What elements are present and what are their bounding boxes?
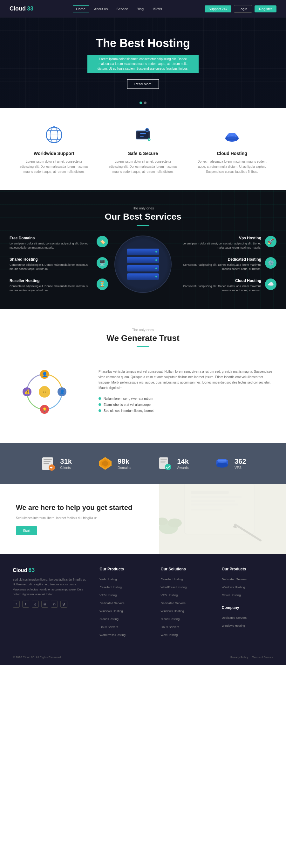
- footer: Cloud 83 Sed ultrices interdum libero, l…: [0, 554, 286, 665]
- footer-link-vps: VPS Hosting: [100, 592, 151, 597]
- footer-social: f t g in in yt: [13, 601, 90, 608]
- trust-description: Phasellus vehicula tempus orci vel conse…: [99, 369, 273, 391]
- trust-subtitle: The only ones: [13, 328, 273, 332]
- footer-products-list: Web Hosting Reseller Hosting VPS Hosting…: [100, 576, 151, 637]
- service-dedicated-desc: Consectetur adipiscing elit. Donec males…: [178, 263, 261, 272]
- social-facebook[interactable]: f: [13, 601, 20, 608]
- services-section: The only ones Our Best Services Free Dom…: [0, 190, 286, 309]
- free-domains-icon: 🏷️: [97, 236, 108, 247]
- feature-worldwide-title: Worldwide Support: [34, 151, 74, 156]
- service-dedicated-text: Dedicated Hosting Consectetur adipiscing…: [178, 257, 261, 272]
- service-free-domains-desc: Lorem ipsum dolor sit amet, consectetur …: [9, 242, 93, 250]
- globe-icon: [43, 124, 65, 146]
- footer-sol-wordpress: WordPress Hosting: [161, 584, 212, 589]
- footer-logo: Cloud 83: [13, 567, 90, 574]
- trust-bullet-3: [99, 409, 101, 412]
- social-twitter[interactable]: t: [22, 601, 29, 608]
- nav-service[interactable]: Service: [113, 5, 132, 12]
- hero-section: The Best Hosting Lorem ipsum dolor sit a…: [0, 18, 286, 108]
- read-more-button[interactable]: Read More: [127, 79, 159, 89]
- footer-pr-windows: Windows Hosting: [222, 584, 273, 589]
- svg-rect-57: [191, 509, 222, 510]
- services-subtitle: The only ones: [9, 206, 277, 210]
- footer-comp-windows: Windows Hosting: [222, 622, 273, 628]
- cta-right: [159, 484, 286, 554]
- footer-logo-text: Cloud: [13, 567, 27, 573]
- stat-vps-label: VPS: [235, 466, 246, 469]
- service-cloud-hosting: ☁️ Cloud Hosting Consectetur adipiscing …: [178, 279, 277, 293]
- social-linkedin[interactable]: in: [41, 601, 48, 608]
- footer-products-right-list: Dedicated Servers Windows Hosting Cloud …: [222, 576, 273, 597]
- social-google[interactable]: g: [32, 601, 39, 608]
- trust-bullet-2: [99, 403, 101, 406]
- nav-extra[interactable]: 15299: [149, 5, 166, 12]
- hero-dot-2[interactable]: [144, 101, 146, 104]
- domains-icon: [97, 456, 113, 471]
- stat-vps-value: 362: [235, 457, 246, 466]
- footer-privacy[interactable]: Privacy Policy: [230, 656, 248, 659]
- stat-clients: 31k Clients: [40, 456, 72, 471]
- hero-dot-1[interactable]: [140, 101, 142, 104]
- register-button[interactable]: Register: [254, 5, 277, 12]
- services-grid: Free Domains Lorem ipsum dolor sit amet,…: [9, 236, 277, 293]
- trust-list-item-3: Sed ultrices interdum libero, laoreet: [99, 409, 273, 412]
- footer-divider: [13, 649, 273, 649]
- footer-comp-dedicated: Dedicated Servers: [222, 614, 273, 620]
- stat-vps-info: 362 VPS: [235, 457, 246, 469]
- stat-vps: 362 VPS: [214, 456, 246, 471]
- trust-list-item-2: Etiam lobortis erat vel ullamcorper: [99, 403, 273, 406]
- server-graphic: [124, 248, 162, 280]
- footer-company-list: Dedicated Servers Windows Hosting: [222, 614, 273, 628]
- trust-list-item-1: Nullam lorem sem, viverra a rutrum: [99, 397, 273, 400]
- footer-sol-vps: VPS Hosting: [161, 592, 212, 597]
- footer-products-title: Our Products: [100, 567, 151, 571]
- feature-worldwide-desc: Lorem ipsum dolor sit amet, consectetur …: [19, 159, 89, 175]
- social-youtube[interactable]: yt: [60, 601, 67, 608]
- services-title: Our Best Services: [9, 212, 277, 222]
- stat-clients-info: 31k Clients: [60, 457, 72, 469]
- trust-divider: [137, 346, 149, 347]
- footer-terms[interactable]: Terms of Service: [252, 656, 273, 659]
- login-button[interactable]: Login: [234, 5, 252, 13]
- logo-num: 33: [27, 5, 33, 12]
- nav-about[interactable]: About us: [91, 5, 111, 12]
- stat-awards: 14k Awards: [157, 456, 189, 471]
- trust-bullet-1: [99, 397, 101, 400]
- cta-title: We are here to help you get started: [16, 503, 143, 513]
- footer-solutions-list: Reseller Hosting WordPress Hosting VPS H…: [161, 576, 212, 637]
- service-reseller-text: Reseller Hosting Consectetur adipiscing …: [9, 279, 93, 293]
- footer-logo-num: 83: [28, 567, 35, 574]
- vps-hosting-icon: 🚀: [265, 236, 277, 247]
- service-dedicated-title: Dedicated Hosting: [178, 257, 261, 261]
- awards-icon: [157, 456, 173, 471]
- nav-blog[interactable]: Blog: [133, 5, 147, 12]
- svg-rect-44: [160, 461, 166, 462]
- svg-rect-34: [43, 461, 50, 462]
- service-vps-hosting: 🚀 Vps Hosting Lorem ipsum dolor sit amet…: [178, 236, 277, 250]
- stat-domains-label: Domains: [117, 466, 131, 469]
- stat-awards-info: 14k Awards: [177, 457, 189, 469]
- cta-start-button[interactable]: Start: [16, 526, 37, 535]
- logo-text: Cloud: [9, 5, 26, 12]
- hero-title: The Best Hosting: [96, 37, 190, 50]
- footer-products-right-title: Our Products: [222, 567, 273, 571]
- trust-text-content: Phasellus vehicula tempus orci vel conse…: [99, 369, 273, 415]
- footer-top: Cloud 83 Sed ultrices interdum libero, l…: [13, 567, 273, 640]
- footer-copyright: © 2016 Cloud 83. All Rights Reserved: [13, 656, 61, 659]
- stat-domains-info: 98k Domains: [117, 457, 131, 469]
- footer-sol-cloud: Cloud Hosting: [161, 616, 212, 621]
- footer-link-reseller: Reseller Hosting: [100, 584, 151, 589]
- svg-rect-56: [191, 503, 238, 505]
- footer-sol-dedicated: Dedicated Servers: [161, 600, 212, 606]
- services-right: 🚀 Vps Hosting Lorem ipsum dolor sit amet…: [178, 236, 277, 293]
- support-badge: Support 247: [205, 5, 231, 12]
- social-instagram[interactable]: in: [51, 601, 58, 608]
- server-box-4: [127, 273, 159, 280]
- footer-col-solutions: Our Solutions Reseller Hosting WordPress…: [161, 567, 212, 640]
- stat-domains-value: 98k: [117, 457, 131, 466]
- footer-link-cloud: Cloud Hosting: [100, 616, 151, 621]
- services-center-graphic: [114, 236, 172, 293]
- nav-home[interactable]: Home: [73, 5, 89, 12]
- footer-link-web-hosting: Web Hosting: [100, 576, 151, 582]
- feature-cloud-hosting: Cloud Hosting Donec malesuada lorem maxi…: [197, 124, 267, 175]
